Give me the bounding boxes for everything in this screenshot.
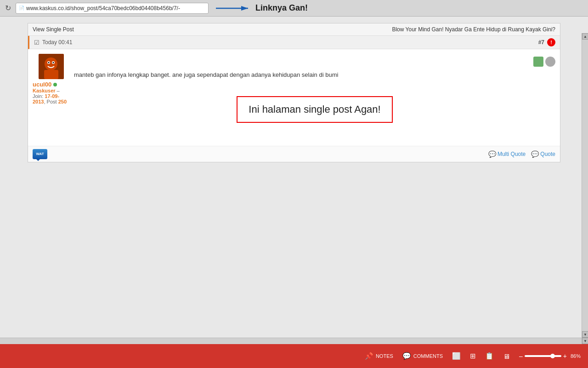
zoom-handle [550, 354, 555, 358]
view-single-post-label: View Single Post [33, 26, 74, 33]
toolbar-icon-4[interactable]: 🖥 [503, 352, 510, 360]
alert-icon: ! [547, 38, 555, 46]
highlight-box: Ini halaman single post Agan! [237, 96, 392, 123]
scroll-down-button-2[interactable]: ▼ [582, 338, 588, 344]
arrow-icon [215, 4, 252, 13]
post-header-left: ☑ Today 00:41 [34, 39, 72, 46]
online-indicator [53, 83, 57, 86]
zoom-control: – + 86% [519, 352, 581, 360]
post-text: manteb gan infonya lengkap banget. ane j… [74, 70, 555, 80]
grid-icon: ⊞ [470, 352, 476, 360]
svg-point-7 [52, 62, 54, 63]
green-action-button[interactable] [533, 57, 543, 67]
toolbar-icon-3[interactable]: 📋 [485, 352, 494, 360]
top-bar: View Single Post Blow Your Mind Gan! Nya… [28, 23, 560, 36]
scroll-down-button[interactable]: ▼ [582, 331, 588, 338]
post-header-right: #7 ! [538, 38, 555, 46]
horizontal-scrollbar[interactable] [0, 338, 582, 344]
comments-icon: 💬 [402, 352, 411, 360]
url-bar[interactable]: 📄 www.kaskus.co.id/show_post/54ca70bedc0… [16, 3, 209, 14]
page-icon: 📄 [19, 6, 24, 11]
scroll-up-button[interactable]: ▲ [582, 33, 588, 40]
zoom-slider[interactable] [525, 355, 561, 357]
avatar [39, 54, 64, 79]
multi-quote-button[interactable]: 💬 Multi Quote [488, 150, 526, 158]
post-right: manteb gan infonya lengkap banget. ane j… [74, 54, 555, 141]
svg-point-3 [45, 58, 57, 70]
svg-rect-8 [44, 70, 58, 79]
user-meta: Kaskuser – Join: 17-09-2013, Post 250 [33, 88, 69, 104]
doc-icon: 📋 [485, 352, 494, 360]
zoom-level: 86% [571, 353, 581, 359]
post-body: ucul00 Kaskuser – Join: 17-09-2013, Post… [28, 49, 560, 146]
screen-icon: 🖥 [503, 352, 510, 360]
reload-button[interactable]: ↻ [3, 3, 13, 13]
post-number: #7 [538, 39, 544, 46]
footer-actions: 💬 Multi Quote 💬 Quote [488, 150, 555, 158]
avatar-image [39, 54, 64, 79]
post-left: ucul00 Kaskuser – Join: 17-09-2013, Post… [33, 54, 69, 141]
page-content: View Single Post Blow Your Mind Gan! Nya… [0, 17, 588, 167]
page-icon-toolbar: ⬜ [452, 352, 461, 360]
annotation-text: Linknya Gan! [255, 3, 308, 13]
comments-button[interactable]: 💬 COMMENTS [402, 352, 443, 360]
toolbar-icon-2[interactable]: ⊞ [470, 352, 476, 360]
post-footer: WAT 💬 Multi Quote 💬 Quote [28, 146, 560, 162]
quote-button[interactable]: 💬 Quote [531, 150, 555, 158]
notes-button[interactable]: 📌 NOTES [365, 352, 393, 360]
check-icon: ☑ [34, 39, 40, 46]
notes-icon: 📌 [365, 352, 373, 360]
svg-point-6 [48, 62, 49, 63]
username: ucul00 [33, 81, 69, 88]
zoom-minus[interactable]: – [519, 352, 523, 360]
post-header: ☑ Today 00:41 #7 ! [28, 36, 560, 49]
url-text: www.kaskus.co.id/show_post/54ca70bedc06b… [26, 5, 180, 12]
user-info: ucul00 Kaskuser – Join: 17-09-2013, Post… [33, 81, 69, 104]
scrollbar-track [0, 338, 582, 344]
browser-chrome: ↻ 📄 www.kaskus.co.id/show_post/54ca70bed… [0, 0, 588, 17]
gray-action-button[interactable] [545, 57, 555, 67]
annotation: Linknya Gan! [215, 3, 308, 13]
post-action-buttons [74, 57, 555, 67]
multi-quote-icon: 💬 [488, 150, 496, 158]
post-container: View Single Post Blow Your Mind Gan! Nya… [28, 23, 560, 162]
thread-title: Blow Your Mind Gan! Nyadar Ga Ente Hidup… [392, 26, 555, 33]
quote-icon: 💬 [531, 150, 539, 158]
wat-icon: WAT [33, 149, 47, 159]
zoom-plus[interactable]: + [563, 352, 567, 360]
vertical-scrollbar[interactable]: ▲ ▼ ▼ [582, 33, 588, 344]
bottom-toolbar: 📌 NOTES 💬 COMMENTS ⬜ ⊞ 📋 🖥 – + 86% [0, 344, 588, 368]
post-timestamp: Today 00:41 [42, 39, 72, 46]
toolbar-icon-1[interactable]: ⬜ [452, 352, 461, 360]
